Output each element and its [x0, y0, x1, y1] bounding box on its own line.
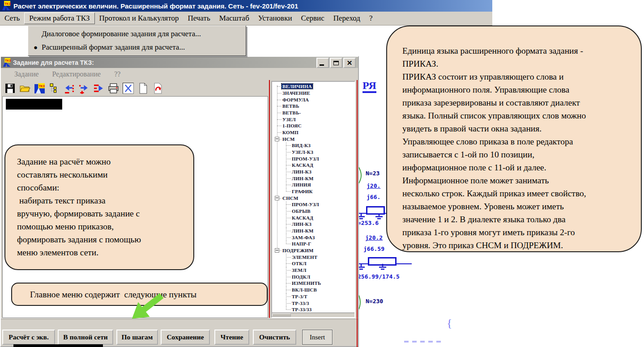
tree-hscrollbar[interactable] [272, 313, 354, 317]
node-label-n230: N=230 [366, 298, 383, 305]
task-statusbar [1, 318, 358, 329]
tree-collapse-icon[interactable] [275, 248, 279, 253]
main-menu-item-5[interactable]: Масштаб [215, 13, 254, 24]
tree-item-график[interactable]: ГРАФИК [272, 188, 354, 195]
tree-collapse-icon[interactable] [275, 196, 279, 200]
tree-item-величина[interactable]: ВЕЛИЧИНА [272, 83, 354, 90]
open-folder-icon[interactable] [19, 83, 30, 94]
tree-item-элемент[interactable]: ЭЛЕМЕНТ [272, 254, 354, 260]
tree-item-узел-кз[interactable]: УЗЕЛ-КЗ [272, 149, 354, 156]
print-icon[interactable] [108, 83, 119, 94]
tree-item-земл[interactable]: ЗЕМЛ [272, 267, 354, 274]
tree-item-label: ЛИН-КЗ [292, 221, 311, 227]
dropdown-item-2[interactable]: ●Расширенный формат задания для расчета.… [28, 41, 246, 54]
main-menu-item-7[interactable]: Сервис [297, 13, 329, 24]
branch-value-j66: j66. [367, 194, 380, 200]
task-window-titlebar[interactable]: ТКЗ Задание для расчета ТКЗ: ✕ [1, 57, 358, 68]
branch-value-j20-2[interactable]: j20.2 [365, 234, 383, 241]
tree-item-label: ВЕТВЬ- [282, 110, 301, 115]
svg-text:ТКЗ: ТКЗ [38, 84, 45, 88]
tree-item-label: ЗНАЧЕНИЕ [282, 90, 310, 96]
tree-item-подрежим[interactable]: ПОДРЕЖИМ [272, 247, 354, 254]
tree-menu-icon[interactable] [49, 83, 60, 94]
tree-item-тр-33/33[interactable]: ТР-33/33 [272, 306, 354, 313]
action-button-1[interactable]: Расчёт с экв. [2, 330, 55, 345]
tree-item-тр-3/т[interactable]: ТР-3/Т [272, 293, 354, 300]
tree-item-линия[interactable]: ЛИНИЯ [272, 182, 354, 188]
action-button-4[interactable]: Сохранение [161, 330, 210, 345]
tree-item-узел[interactable]: УЗЕЛ [272, 116, 354, 123]
tree-item-каскад[interactable]: КАСКАД [272, 162, 354, 169]
tree-collapse-icon[interactable] [275, 137, 279, 141]
tree-item-label: ВКЛ-ШСВ [292, 287, 317, 292]
tree-item-ветвь-[interactable]: ВЕТВЬ- [272, 110, 354, 116]
diagram-brace: { [447, 317, 452, 330]
delete-x-icon[interactable] [123, 83, 134, 94]
action-button-2[interactable]: В полной сети [58, 330, 113, 345]
tree-item-label: НАПР-Г [292, 241, 311, 246]
action-button-7[interactable]: Insert [302, 330, 333, 345]
tree-item-пром-узл[interactable]: ПРОМ-УЗЛ [272, 155, 354, 162]
dropdown-item-1[interactable]: Диалоговое формирование задания для расч… [28, 27, 246, 41]
main-menu-item-6[interactable]: Установки [254, 13, 297, 24]
tree-item-зам-фаз[interactable]: ЗАМ-ФАЗ [272, 234, 354, 241]
tree-item-формула[interactable]: ФОРМУЛА [272, 96, 354, 103]
action-button-5[interactable]: Чтение [214, 330, 249, 345]
tree-item-снсм[interactable]: СНСМ [272, 195, 354, 201]
tkz-task-icon[interactable]: ТКЗ [34, 83, 45, 94]
tree-item-лин-кз[interactable]: ЛИН-КЗ [272, 221, 354, 228]
tree-item-лин-кз[interactable]: ЛИН-КЗ [272, 169, 354, 175]
tree-item-каскад[interactable]: КАСКАД [272, 214, 354, 221]
tree-item-нсм[interactable]: НСМ [272, 135, 354, 142]
tree-item-обрыв[interactable]: ОБРЫВ [272, 208, 354, 215]
tree-item-label: ГРАФИК [292, 189, 313, 194]
main-menu-item-8[interactable]: Переход [329, 13, 365, 24]
main-menu-item-4[interactable]: Печать [183, 13, 214, 24]
tree-item-подкл[interactable]: ПОДКЛ [272, 273, 354, 280]
branch-value-j20[interactable]: j20. [367, 182, 380, 189]
main-menu-item-9[interactable]: ? [365, 13, 377, 24]
task-menu-item-3[interactable]: ?? [114, 70, 120, 78]
maximize-button[interactable] [330, 58, 342, 68]
tree-item-вкл-шсв[interactable]: ВКЛ-ШСВ [272, 287, 354, 293]
tree-item-label: ЛИНИЯ [292, 182, 311, 187]
tree-item-лин-км[interactable]: ЛИН-КМ [272, 175, 354, 182]
svg-text:ТКЗ: ТКЗ [5, 59, 11, 62]
tree-item-label: ЭЛЕМЕНТ [292, 254, 317, 260]
tree-item-label: КАСКАД [292, 162, 313, 168]
action-button-3[interactable]: По шагам [116, 330, 158, 345]
tree-item-значение[interactable]: ЗНАЧЕНИЕ [272, 90, 354, 97]
undo-page-icon[interactable] [152, 83, 163, 94]
tree-item-вид-кз[interactable]: ВИД-КЗ [272, 142, 354, 149]
indent-right-icon[interactable] [93, 83, 104, 94]
tree-item-лин-км[interactable]: ЛИН-КМ [272, 228, 354, 234]
move-right-icon[interactable] [78, 83, 90, 94]
tree-item-изменить[interactable]: ИЗМЕНИТЬ [272, 280, 354, 287]
save-icon[interactable] [4, 83, 16, 94]
diagram-node-label: РЯ [363, 80, 376, 93]
tree-item-ветвь[interactable]: ВЕТВЬ [272, 103, 354, 110]
minimize-button[interactable] [316, 58, 329, 68]
tree-item-тр-33/3[interactable]: ТР-33/3 [272, 300, 354, 306]
value-253: =253.6 [358, 220, 379, 226]
main-menu-item-1[interactable]: Сеть [0, 13, 24, 24]
branch-value-j66-59: j66.59 [363, 245, 384, 252]
task-menu-item-1[interactable]: Задание [14, 70, 39, 78]
new-document-icon[interactable] [137, 83, 149, 94]
tree-hscroll-thumb[interactable] [272, 313, 291, 317]
task-menu-item-2[interactable]: Редактирование [52, 70, 101, 78]
tree-item-комп[interactable]: КОМП [272, 129, 354, 136]
main-window-titlebar[interactable]: ТКЗ Расчет электрических величин. Расшир… [0, 0, 492, 12]
main-menu-item-3[interactable]: Протокол и Калькулятор [95, 13, 183, 24]
tree-item-напр-г[interactable]: НАПР-Г [272, 241, 354, 247]
tree-item-1-пояс[interactable]: 1-ПОЯС [272, 123, 354, 129]
dropdown-item-label: Диалоговое формирование задания для расч… [42, 30, 201, 38]
move-left-icon[interactable] [64, 83, 75, 94]
task-menu-bar: ЗаданиеРедактирование?? [1, 68, 358, 80]
tree-item-пром-узл[interactable]: ПРОМ-УЗЛ [272, 201, 354, 208]
tree-item-откл[interactable]: ОТКЛ [272, 260, 354, 267]
tree-item-label: ИЗМЕНИТЬ [292, 280, 321, 286]
action-button-6[interactable]: Очистить [253, 330, 296, 345]
close-button[interactable]: ✕ [343, 58, 356, 68]
main-menu-item-2[interactable]: Режим работа ТКЗ [24, 13, 94, 24]
